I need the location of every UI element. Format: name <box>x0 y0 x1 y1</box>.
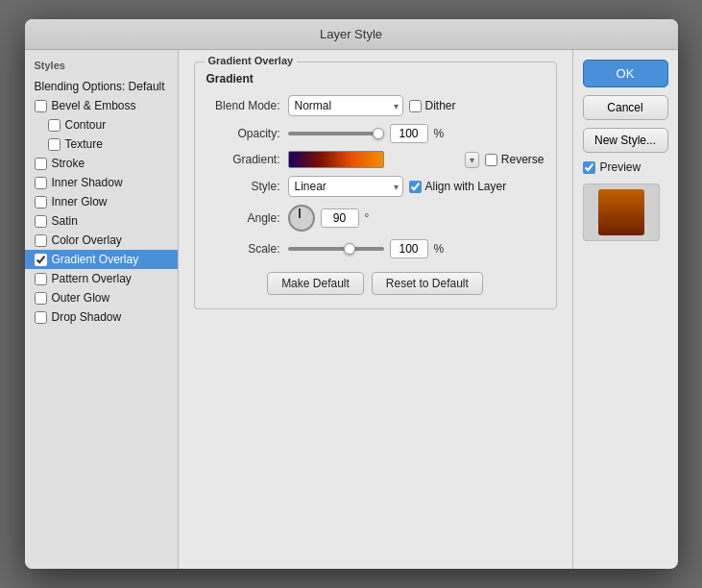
preview-label-row: Preview <box>583 160 668 174</box>
dither-checkbox[interactable] <box>409 100 422 112</box>
dialog-body: Styles Blending Options: Default Bevel &… <box>25 50 678 569</box>
sidebar-item-drop-shadow[interactable]: Drop Shadow <box>25 307 178 327</box>
sidebar-item-satin[interactable]: Satin <box>25 211 178 231</box>
scale-slider[interactable] <box>288 247 384 251</box>
blending-options-label: Blending Options: Default <box>35 80 165 93</box>
gradient-swatch[interactable] <box>288 151 384 168</box>
texture-checkbox[interactable] <box>48 138 61 151</box>
angle-input[interactable] <box>321 208 359 228</box>
satin-label: Satin <box>52 214 78 228</box>
dialog-title: Layer Style <box>320 27 382 41</box>
preview-checkbox[interactable] <box>583 161 595 174</box>
angle-label: Angle: <box>206 211 288 225</box>
gradient-controls: ▾ Reverse <box>288 151 545 168</box>
blend-mode-value: Normal <box>293 98 394 113</box>
blend-mode-row: Blend Mode: Normal ▾ Dither <box>206 95 545 116</box>
stroke-checkbox[interactable] <box>35 158 47 170</box>
preview-box <box>583 184 660 241</box>
pattern-overlay-label: Pattern Overlay <box>52 272 132 285</box>
left-panel: Styles Blending Options: Default Bevel &… <box>25 50 179 569</box>
scale-slider-container <box>288 247 384 251</box>
preview-swatch <box>598 189 644 235</box>
gradient-row: Gradient: ▾ Reverse <box>206 151 545 168</box>
new-style-button[interactable]: New Style... <box>583 128 668 153</box>
outer-glow-checkbox[interactable] <box>35 292 47 305</box>
scale-input[interactable] <box>390 239 428 258</box>
opacity-label: Opacity: <box>206 127 288 140</box>
gradient-overlay-label: Gradient Overlay <box>52 253 139 266</box>
sidebar-item-color-overlay[interactable]: Color Overlay <box>25 231 178 250</box>
align-with-layer-label: Align with Layer <box>425 180 507 193</box>
blend-mode-label: Blend Mode: <box>206 99 288 112</box>
opacity-controls: % <box>288 124 545 143</box>
bevel-emboss-label: Bevel & Emboss <box>52 99 136 112</box>
style-row: Style: Linear ▾ Align with Layer <box>206 176 545 197</box>
style-dropdown[interactable]: Linear ▾ <box>288 176 403 197</box>
reverse-checkbox[interactable] <box>485 154 497 166</box>
outer-glow-label: Outer Glow <box>52 291 110 305</box>
inner-shadow-checkbox[interactable] <box>35 177 47 189</box>
gradient-overlay-checkbox[interactable] <box>35 254 47 266</box>
sidebar-item-outer-glow[interactable]: Outer Glow <box>25 288 178 307</box>
scale-unit: % <box>434 242 445 256</box>
color-overlay-label: Color Overlay <box>52 233 122 247</box>
dialog-titlebar: Layer Style <box>25 19 678 50</box>
reverse-row: Reverse <box>485 153 545 166</box>
sidebar-item-bevel-emboss[interactable]: Bevel & Emboss <box>25 96 178 115</box>
pattern-overlay-checkbox[interactable] <box>35 273 47 285</box>
style-arrow-icon: ▾ <box>394 182 399 192</box>
make-default-button[interactable]: Make Default <box>267 272 364 295</box>
texture-label: Texture <box>65 137 103 151</box>
satin-checkbox[interactable] <box>35 215 47 228</box>
gradient-overlay-section: Gradient Overlay Gradient Blend Mode: No… <box>194 61 557 309</box>
sidebar-item-gradient-overlay[interactable]: Gradient Overlay <box>25 250 178 269</box>
section-subtitle: Gradient <box>206 72 545 86</box>
contour-checkbox[interactable] <box>48 119 61 132</box>
blend-mode-arrow-icon: ▾ <box>394 101 399 111</box>
inner-shadow-label: Inner Shadow <box>52 176 123 189</box>
cancel-button[interactable]: Cancel <box>583 95 668 120</box>
align-with-layer-checkbox[interactable] <box>409 181 422 193</box>
right-panel: OK Cancel New Style... Preview <box>572 50 678 569</box>
sidebar-item-pattern-overlay[interactable]: Pattern Overlay <box>25 269 178 288</box>
layer-style-dialog: Layer Style Styles Blending Options: Def… <box>25 19 678 569</box>
bevel-emboss-checkbox[interactable] <box>35 100 47 112</box>
ok-button[interactable]: OK <box>583 60 668 87</box>
sidebar-item-inner-glow[interactable]: Inner Glow <box>25 192 178 211</box>
angle-controls: ° <box>288 205 545 232</box>
drop-shadow-checkbox[interactable] <box>35 311 47 324</box>
style-value: Linear <box>293 179 394 194</box>
style-label: Style: <box>206 180 288 193</box>
sidebar-item-contour[interactable]: Contour <box>25 115 178 135</box>
gradient-dropdown-arrow-icon[interactable]: ▾ <box>465 152 479 168</box>
contour-label: Contour <box>65 118 107 132</box>
reset-to-default-button[interactable]: Reset to Default <box>372 272 483 295</box>
sidebar-item-stroke[interactable]: Stroke <box>25 154 178 173</box>
drop-shadow-label: Drop Shadow <box>52 310 122 324</box>
scale-label: Scale: <box>206 242 288 256</box>
style-controls: Linear ▾ Align with Layer <box>288 176 545 197</box>
angle-dial[interactable] <box>288 205 315 232</box>
styles-header: Styles <box>25 58 178 77</box>
opacity-slider-container <box>288 132 384 135</box>
sidebar-item-blending-options[interactable]: Blending Options: Default <box>25 77 178 96</box>
color-overlay-checkbox[interactable] <box>35 234 47 247</box>
opacity-row: Opacity: % <box>206 124 545 143</box>
opacity-input[interactable] <box>390 124 428 143</box>
bottom-buttons-row: Make Default Reset to Default <box>206 272 545 295</box>
dither-row: Dither <box>409 99 456 112</box>
sidebar-item-texture[interactable]: Texture <box>25 135 178 154</box>
opacity-unit: % <box>434 127 445 140</box>
sidebar-item-inner-shadow[interactable]: Inner Shadow <box>25 173 178 192</box>
angle-indicator <box>299 208 301 218</box>
gradient-label: Gradient: <box>206 153 288 166</box>
dither-label: Dither <box>425 99 456 112</box>
main-content: Gradient Overlay Gradient Blend Mode: No… <box>179 50 572 569</box>
opacity-slider[interactable] <box>288 132 384 135</box>
inner-glow-checkbox[interactable] <box>35 196 47 208</box>
angle-row: Angle: ° <box>206 205 545 232</box>
blend-mode-dropdown[interactable]: Normal ▾ <box>288 95 403 116</box>
align-with-layer-row: Align with Layer <box>409 180 507 193</box>
scale-controls: % <box>288 239 545 258</box>
stroke-label: Stroke <box>52 157 85 170</box>
